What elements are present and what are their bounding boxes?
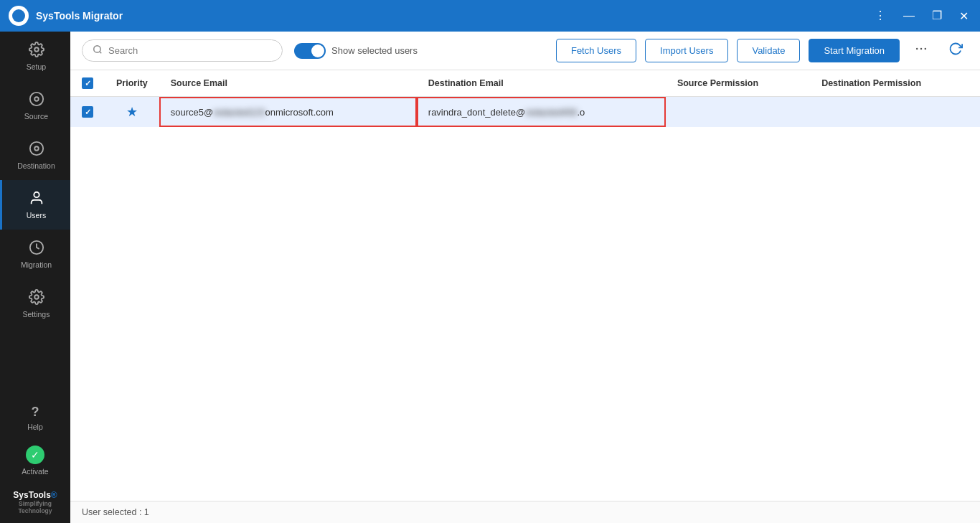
users-table: Priority Source Email Destination Email … <box>70 70 980 127</box>
destination-icon <box>29 141 44 159</box>
more-options-button[interactable]: ⋮ <box>872 7 889 24</box>
row-priority-cell[interactable]: ★ <box>105 97 159 128</box>
minimize-button[interactable]: — <box>900 7 918 24</box>
status-text: User selected : 1 <box>82 507 149 517</box>
header-priority: Priority <box>105 70 159 97</box>
priority-star-icon[interactable]: ★ <box>126 105 138 119</box>
status-bar: User selected : 1 <box>70 501 980 523</box>
search-box[interactable] <box>82 39 283 62</box>
settings-icon <box>29 289 44 307</box>
header-checkbox-cell[interactable] <box>70 70 105 97</box>
svg-point-4 <box>34 146 39 151</box>
table-body: ★ source5@redacted123onmicrosoft.com rav… <box>70 97 980 128</box>
window-controls: ⋮ — ❐ ✕ <box>872 6 971 26</box>
activate-label: Activate <box>22 467 48 476</box>
row-checkbox[interactable] <box>82 106 93 118</box>
header-source-email: Source Email <box>159 70 417 97</box>
svg-point-8 <box>94 46 100 52</box>
show-selected-toggle[interactable] <box>294 43 326 59</box>
svg-point-2 <box>34 97 39 101</box>
systools-brand: SysTools® Simplifying Technology <box>0 483 70 517</box>
toggle-thumb <box>311 44 324 57</box>
brand-name: SysTools <box>13 490 50 500</box>
header-destination-email: Destination Email <box>417 70 666 97</box>
header-destination-permission: Destination Permission <box>810 70 980 97</box>
show-selected-toggle-wrapper: Show selected users <box>294 43 418 59</box>
sidebar-item-settings[interactable]: Settings <box>0 279 70 329</box>
select-all-checkbox[interactable] <box>82 77 93 89</box>
dest-email-blurred: redacted456 <box>525 107 577 118</box>
brand-name-sup: ® <box>51 490 57 500</box>
row-destination-permission <box>810 97 980 128</box>
app-layout: Setup Source Destination <box>0 32 980 523</box>
svg-point-7 <box>34 295 39 299</box>
row-checkbox-cell[interactable] <box>70 97 105 128</box>
table-header: Priority Source Email Destination Email … <box>70 70 980 97</box>
toggle-label: Show selected users <box>331 45 418 56</box>
migration-label: Migration <box>21 260 52 269</box>
setup-label: Setup <box>27 62 46 71</box>
table-row[interactable]: ★ source5@redacted123onmicrosoft.com rav… <box>70 97 980 128</box>
row-source-permission <box>666 97 810 128</box>
svg-point-11 <box>920 48 923 50</box>
sidebar-item-activate[interactable]: ✓ Activate <box>16 438 54 483</box>
sidebar-item-source[interactable]: Source <box>0 81 70 131</box>
svg-point-10 <box>916 48 918 50</box>
activate-circle: ✓ <box>26 446 44 464</box>
source-label: Source <box>24 112 48 121</box>
sidebar-bottom: ? Help ✓ Activate SysTools® Simplifying … <box>0 397 70 523</box>
close-button[interactable]: ✕ <box>956 6 971 26</box>
sidebar-item-migration[interactable]: Migration <box>0 230 70 279</box>
maximize-button[interactable]: ❐ <box>929 7 945 24</box>
users-label: Users <box>27 211 46 220</box>
activate-check-icon: ✓ <box>31 449 39 461</box>
start-migration-button[interactable]: Start Migration <box>809 39 900 62</box>
logo-inner <box>12 9 25 22</box>
row-source-email: source5@redacted123onmicrosoft.com <box>159 97 417 128</box>
import-users-button[interactable]: Import Users <box>645 39 728 62</box>
help-label: Help <box>27 423 43 431</box>
search-input[interactable] <box>108 45 272 56</box>
app-title: SysTools Migrator <box>36 10 123 22</box>
sidebar-item-setup[interactable]: Setup <box>0 32 70 81</box>
svg-point-1 <box>29 93 42 105</box>
search-icon <box>93 44 103 57</box>
help-icon: ? <box>31 405 39 420</box>
brand-tagline: Simplifying Technology <box>4 500 66 514</box>
users-table-area: Priority Source Email Destination Email … <box>70 70 980 501</box>
refresh-button[interactable] <box>943 39 969 62</box>
svg-point-12 <box>925 48 927 50</box>
sidebar-item-help[interactable]: ? Help <box>22 397 49 438</box>
source-icon <box>29 91 44 109</box>
titlebar: SysTools Migrator ⋮ — ❐ ✕ <box>0 0 980 32</box>
users-icon <box>29 190 44 208</box>
titlebar-left: SysTools Migrator <box>9 6 123 26</box>
toolbar: Show selected users Fetch Users Import U… <box>70 32 980 70</box>
source-email-blurred: redacted123 <box>213 107 265 118</box>
setup-icon <box>29 42 44 60</box>
sidebar-item-users[interactable]: Users <box>0 180 70 230</box>
svg-line-9 <box>100 52 102 54</box>
validate-button[interactable]: Validate <box>737 39 800 62</box>
main-content: Show selected users Fetch Users Import U… <box>70 32 980 523</box>
sidebar: Setup Source Destination <box>0 32 70 523</box>
app-logo <box>9 6 29 26</box>
svg-point-5 <box>34 192 39 197</box>
more-actions-button[interactable] <box>908 39 934 62</box>
migration-icon <box>29 240 44 258</box>
row-destination-email: ravindra_dont_delete@redacted456.o <box>417 97 666 128</box>
svg-point-0 <box>34 47 39 52</box>
destination-label: Destination <box>17 161 55 170</box>
sidebar-item-destination[interactable]: Destination <box>0 131 70 180</box>
fetch-users-button[interactable]: Fetch Users <box>556 39 636 62</box>
svg-point-3 <box>29 142 42 155</box>
header-source-permission: Source Permission <box>666 70 810 97</box>
settings-label: Settings <box>23 310 50 319</box>
